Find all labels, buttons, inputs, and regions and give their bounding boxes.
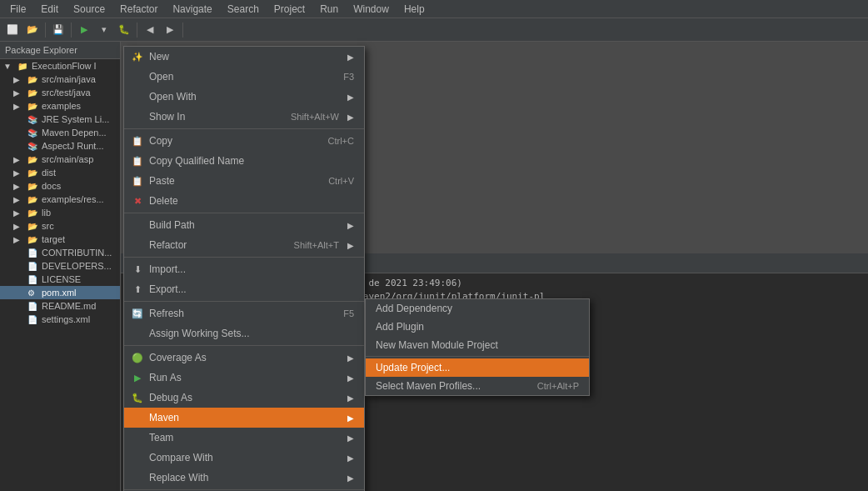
- toolbar-forward[interactable]: ▶: [161, 21, 179, 39]
- maven-sep1: [366, 356, 589, 357]
- file-icon-18: 📄: [27, 302, 39, 311]
- tree-icon-7: ▶: [13, 155, 25, 164]
- tree-item-14[interactable]: 📄 CONTRIBUTIN...: [0, 246, 120, 259]
- ctx-coverage-as[interactable]: 🟢 Coverage As ▶: [124, 348, 364, 368]
- tree-label-15: DEVELOPERS...: [42, 261, 112, 271]
- left-panel: Package Explorer ▼ 📁 ExecutionFlow I ▶ 📂…: [0, 42, 121, 491]
- tree-item-6[interactable]: 📚 AspectJ Runt...: [0, 139, 120, 153]
- team-arrow-icon: ▶: [347, 433, 354, 443]
- folder-icon-1: 📂: [27, 75, 39, 84]
- ctx-copy[interactable]: 📋 Copy Ctrl+C: [124, 131, 364, 151]
- file-icon-17: ⚙: [27, 288, 39, 298]
- toolbar-back[interactable]: ◀: [141, 21, 159, 39]
- tree-item-1[interactable]: ▶ 📂 src/main/java: [0, 73, 120, 86]
- tree-label-4: JRE System Li...: [42, 114, 109, 124]
- replace-icon: [131, 471, 144, 484]
- tree-item-5[interactable]: 📚 Maven Depen...: [0, 126, 120, 139]
- toolbar-debug[interactable]: 🐛: [115, 21, 133, 39]
- add-plugin-label: Add Plugin: [376, 321, 424, 333]
- toolbar-run[interactable]: ▶: [75, 21, 93, 39]
- ctx-run-as[interactable]: ▶ Run As ▶: [124, 368, 364, 388]
- ctx-show-in[interactable]: Show In Shift+Alt+W ▶: [124, 107, 364, 127]
- tree-icon-11: ▶: [13, 208, 25, 218]
- ctx-sep4: [124, 301, 364, 302]
- package-explorer-header: Package Explorer: [0, 42, 120, 59]
- tree-item-4[interactable]: 📚 JRE System Li...: [0, 113, 120, 126]
- compare-icon: [131, 451, 144, 464]
- toolbar-open[interactable]: 📂: [23, 21, 42, 39]
- refactor-arrow-icon: ▶: [347, 241, 354, 250]
- ctx-import[interactable]: ⬇ Import...: [124, 259, 364, 279]
- ctx-open-with[interactable]: Open With ▶: [124, 87, 364, 107]
- menu-window[interactable]: Window: [347, 2, 396, 17]
- tree-item-0[interactable]: ▼ 📁 ExecutionFlow I: [0, 59, 120, 73]
- menu-navigate[interactable]: Navigate: [166, 2, 218, 17]
- maven-add-dependency[interactable]: Add Dependency: [366, 299, 589, 318]
- toolbar-new[interactable]: ⬜: [3, 21, 22, 39]
- tree-item-19[interactable]: 📄 settings.xml: [0, 313, 120, 326]
- tree-item-17[interactable]: ⚙ pom.xml: [0, 286, 120, 299]
- maven-icon: [131, 411, 144, 424]
- tree-icon-13: ▶: [13, 235, 25, 244]
- ctx-new[interactable]: ✨ New ▶: [124, 47, 364, 67]
- maven-select-profiles[interactable]: Select Maven Profiles... Ctrl+Alt+P: [366, 377, 589, 395]
- ctx-assign-working-sets[interactable]: Assign Working Sets...: [124, 323, 364, 343]
- ctx-paste[interactable]: 📋 Paste Ctrl+V: [124, 171, 364, 191]
- maven-new-module[interactable]: New Maven Module Project: [366, 336, 589, 354]
- menu-source[interactable]: Source: [67, 2, 112, 17]
- select-profiles-shortcut: Ctrl+Alt+P: [537, 381, 579, 391]
- tree-item-16[interactable]: 📄 LICENSE: [0, 273, 120, 286]
- maven-update-project[interactable]: Update Project...: [366, 358, 589, 377]
- toolbar-sep3: [137, 23, 137, 38]
- tree-item-2[interactable]: ▶ 📂 src/test/java: [0, 86, 120, 99]
- ctx-delete[interactable]: ✖ Delete: [124, 191, 364, 211]
- menu-run[interactable]: Run: [313, 2, 345, 17]
- ctx-open[interactable]: Open F3: [124, 67, 364, 87]
- tree-label-9: docs: [42, 181, 61, 191]
- ctx-refactor[interactable]: Refactor Shift+Alt+T ▶: [124, 235, 364, 255]
- ctx-export[interactable]: ⬆ Export...: [124, 279, 364, 299]
- tree-item-3[interactable]: ▶ 📂 examples: [0, 99, 120, 113]
- toolbar-save[interactable]: 💾: [49, 21, 67, 39]
- tree-item-7[interactable]: ▶ 📂 src/main/asp: [0, 153, 120, 166]
- ctx-build-path[interactable]: Build Path ▶: [124, 215, 364, 235]
- new-arrow-icon: ▶: [347, 53, 354, 62]
- tree-item-9[interactable]: ▶ 📂 docs: [0, 179, 120, 193]
- menu-refactor[interactable]: Refactor: [113, 2, 164, 17]
- tree-item-13[interactable]: ▶ 📂 target: [0, 233, 120, 246]
- tree-label-0: ExecutionFlow I: [32, 61, 97, 71]
- toolbar-run-dropdown[interactable]: ▾: [95, 21, 113, 39]
- menu-search[interactable]: Search: [221, 2, 266, 17]
- ctx-replace-with[interactable]: Replace With ▶: [124, 468, 364, 488]
- ctx-refresh[interactable]: 🔄 Refresh F5: [124, 303, 364, 323]
- folder-icon-11: 📂: [27, 208, 39, 218]
- tree-icon-10: ▶: [13, 195, 25, 204]
- ctx-maven[interactable]: Maven ▶: [124, 408, 364, 428]
- tree-item-8[interactable]: ▶ 📂 dist: [0, 166, 120, 179]
- tree-item-10[interactable]: ▶ 📂 examples/res...: [0, 193, 120, 206]
- coverage-icon: 🟢: [131, 351, 144, 364]
- ctx-copy-qualified[interactable]: 📋 Copy Qualified Name: [124, 151, 364, 171]
- tree-icon-0: ▼: [3, 62, 15, 71]
- ctx-sep6: [124, 489, 364, 490]
- open-with-arrow-icon: ▶: [347, 93, 354, 102]
- tree-item-12[interactable]: ▶ 📂 src: [0, 219, 120, 233]
- folder-icon-13: 📂: [27, 235, 39, 244]
- ctx-debug-as[interactable]: 🐛 Debug As ▶: [124, 388, 364, 408]
- tree-label-14: CONTRIBUTIN...: [42, 248, 112, 258]
- debug-as-icon: 🐛: [131, 391, 144, 404]
- maven-add-plugin[interactable]: Add Plugin: [366, 318, 589, 336]
- ctx-compare-with[interactable]: Compare With ▶: [124, 448, 364, 468]
- file-icon-19: 📄: [27, 315, 39, 324]
- tree-item-15[interactable]: 📄 DEVELOPERS...: [0, 259, 120, 273]
- menu-file[interactable]: File: [3, 2, 32, 17]
- tree-item-18[interactable]: 📄 README.md: [0, 299, 120, 313]
- menu-project[interactable]: Project: [267, 2, 312, 17]
- paste-icon: 📋: [131, 174, 144, 188]
- menubar: File Edit Source Refactor Navigate Searc…: [0, 0, 868, 18]
- folder-icon-2: 📂: [27, 88, 39, 98]
- menu-edit[interactable]: Edit: [34, 2, 65, 17]
- menu-help[interactable]: Help: [397, 2, 432, 17]
- tree-item-11[interactable]: ▶ 📂 lib: [0, 206, 120, 219]
- ctx-team[interactable]: Team ▶: [124, 428, 364, 448]
